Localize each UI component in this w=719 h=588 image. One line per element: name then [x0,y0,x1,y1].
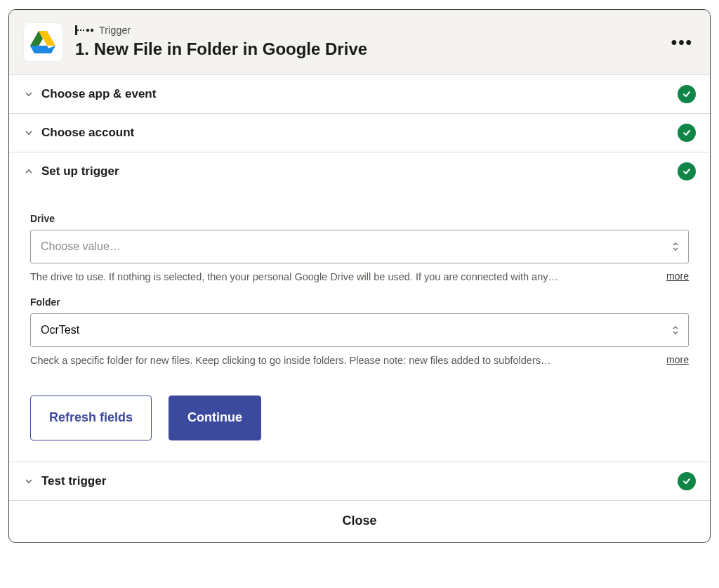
section-header-setup-trigger[interactable]: Set up trigger [9,152,710,190]
updown-caret-icon [671,240,680,253]
field-drive: Drive Choose value… The drive to use. If… [30,213,689,284]
chevron-down-icon [23,89,34,100]
status-complete-icon [678,472,696,490]
google-drive-icon [30,31,55,53]
section-header-choose-app-event[interactable]: Choose app & event [9,75,710,113]
svg-rect-5 [75,25,77,35]
section-choose-app-event: Choose app & event [9,75,710,114]
folder-help-text: Check a specific folder for new files. K… [30,354,657,367]
field-folder: Folder OcrTest Check a specific folder f… [30,296,689,367]
section-title: Choose app & event [41,87,678,101]
section-title: Choose account [41,126,678,140]
kicker-text: Trigger [99,25,131,35]
section-header-test-trigger[interactable]: Test trigger [9,462,710,500]
drive-help-text: The drive to use. If nothing is selected… [30,270,657,284]
svg-point-7 [86,29,89,32]
panel-header: Trigger 1. New File in Folder in Google … [9,10,710,75]
chevron-up-icon [23,166,34,177]
drive-select[interactable]: Choose value… [30,230,689,263]
chevron-down-icon [23,476,34,487]
header-kicker: Trigger [75,25,670,35]
field-label-drive: Drive [30,213,689,224]
trigger-flow-icon [75,25,93,35]
section-setup-trigger: Set up trigger Drive Choose value… The d… [9,152,710,462]
action-button-row: Refresh fields Continue [30,396,689,440]
drive-more-link[interactable]: more [666,270,689,282]
folder-select-value: OcrTest [41,324,79,337]
section-choose-account: Choose account [9,114,710,152]
trigger-config-panel: Trigger 1. New File in Folder in Google … [8,9,711,543]
updown-caret-icon [671,324,680,337]
section-header-choose-account[interactable]: Choose account [9,114,710,152]
folder-select[interactable]: OcrTest [30,313,689,347]
status-complete-icon [678,124,696,142]
drive-select-placeholder: Choose value… [41,240,121,253]
status-complete-icon [678,85,696,103]
section-title: Test trigger [41,474,678,488]
svg-point-8 [91,29,93,32]
chevron-down-icon [23,127,34,138]
refresh-fields-button[interactable]: Refresh fields [30,396,152,440]
section-title: Set up trigger [41,164,678,178]
section-test-trigger: Test trigger [9,462,710,500]
field-label-folder: Folder [30,296,689,308]
header-title: 1. New File in Folder in Google Drive [75,39,670,59]
close-button[interactable]: Close [9,500,710,542]
folder-more-link[interactable]: more [666,354,689,365]
setup-trigger-body: Drive Choose value… The drive to use. If… [9,190,710,462]
svg-marker-3 [30,46,51,53]
continue-button[interactable]: Continue [169,396,261,440]
status-complete-icon [678,162,696,181]
app-logo-google-drive [23,22,62,62]
more-menu-icon[interactable]: ••• [670,31,694,53]
